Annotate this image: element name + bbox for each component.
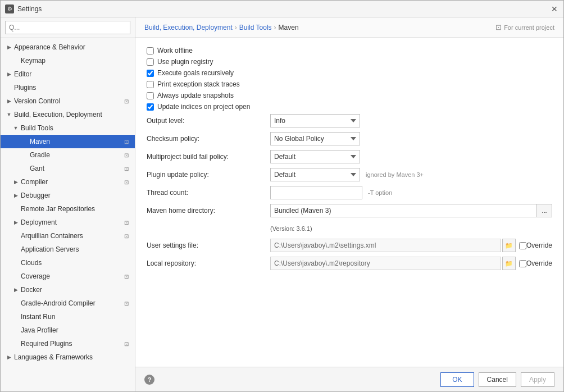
sidebar-item-clouds[interactable]: ▶ Clouds	[1, 256, 135, 270]
use-plugin-registry-checkbox[interactable]	[147, 58, 154, 66]
sidebar-item-compiler[interactable]: ▶ Compiler ⊡	[1, 175, 135, 189]
arquillian-badge: ⊡	[122, 232, 130, 240]
sidebar-item-gant[interactable]: ▶ Gant ⊡	[1, 162, 135, 175]
local-repository-label: Local repository:	[147, 259, 270, 267]
update-indices-checkbox[interactable]	[147, 103, 154, 111]
work-offline-label[interactable]: Work offline	[157, 47, 193, 54]
maven-home-browse-button[interactable]: ...	[536, 204, 552, 217]
project-icon: ⊡	[495, 23, 502, 31]
cancel-button[interactable]: Cancel	[479, 372, 516, 387]
user-settings-override-checkbox[interactable]	[519, 242, 526, 249]
sidebar-item-label: Version Control	[14, 97, 60, 105]
sidebar-item-gradle-android[interactable]: ▶ Gradle-Android Compiler ⊡	[1, 297, 135, 310]
sidebar-item-build-execution-deployment[interactable]: ▼ Build, Execution, Deployment	[1, 108, 135, 121]
multiproject-fail-policy-row: Multiproject build fail policy: Default …	[147, 150, 552, 163]
sidebar-item-label: Compiler	[21, 178, 48, 186]
maven-version-text: (Version: 3.6.1)	[270, 225, 312, 232]
sidebar-item-maven[interactable]: ▶ Maven ⊡	[1, 135, 135, 148]
sidebar-item-editor[interactable]: ▶ Editor	[1, 67, 135, 81]
multiproject-fail-policy-dropdown[interactable]: Default At End Never	[270, 150, 360, 163]
sidebar-item-label: Application Servers	[21, 245, 79, 253]
sidebar-item-coverage[interactable]: ▶ Coverage ⊡	[1, 270, 135, 283]
maven-version-row: (Version: 3.6.1)	[147, 222, 552, 234]
maven-home-label: Maven home directory:	[147, 207, 270, 215]
gradle-badge: ⊡	[122, 151, 130, 159]
sidebar-item-label: Remote Jar Repositories	[21, 205, 95, 213]
sidebar-item-docker[interactable]: ▶ Docker	[1, 283, 135, 297]
sidebar-item-required-plugins[interactable]: ▶ Required Plugins ⊡	[1, 337, 135, 350]
for-current-project-label: For current project	[504, 24, 554, 31]
maven-home-input-group: ...	[270, 204, 552, 217]
sidebar-item-appearance-behavior[interactable]: ▶ Appearance & Behavior	[1, 40, 135, 54]
always-update-label[interactable]: Always update snapshots	[157, 92, 234, 99]
local-repository-override-label[interactable]: Override	[526, 259, 552, 267]
coverage-badge: ⊡	[122, 272, 130, 280]
maven-home-input[interactable]	[270, 204, 536, 217]
sidebar-item-label: Docker	[21, 286, 42, 294]
plugin-update-policy-row: Plugin update policy: Default Always Nev…	[147, 168, 552, 181]
breadcrumb-bar: Build, Execution, Deployment › Build Too…	[135, 17, 563, 38]
output-level-control: Info Debug Error	[270, 114, 552, 127]
apply-button[interactable]: Apply	[521, 372, 554, 387]
sidebar-item-label: Clouds	[21, 259, 42, 267]
execute-goals-checkbox[interactable]	[147, 70, 154, 77]
sidebar-item-java-profiler[interactable]: ▶ Java Profiler	[1, 323, 135, 337]
work-offline-checkbox[interactable]	[147, 47, 154, 54]
sidebar-item-version-control[interactable]: ▶ Version Control ⊡	[1, 94, 135, 108]
execute-goals-recursively-row: Execute goals recursively	[147, 69, 552, 77]
sidebar-item-gradle[interactable]: ▶ Gradle ⊡	[1, 148, 135, 162]
user-settings-input[interactable]	[270, 239, 501, 252]
maven-home-control: ...	[270, 204, 552, 217]
execute-goals-label[interactable]: Execute goals recursively	[157, 69, 234, 77]
window-title: Settings	[17, 5, 550, 13]
sidebar-item-remote-jar-repos[interactable]: ▶ Remote Jar Repositories	[1, 202, 135, 216]
print-exception-label[interactable]: Print exception stack traces	[157, 80, 240, 88]
ok-button[interactable]: OK	[440, 372, 474, 387]
sidebar-item-instant-run[interactable]: ▶ Instant Run	[1, 310, 135, 323]
sidebar-item-debugger[interactable]: ▶ Debugger	[1, 189, 135, 202]
always-update-checkbox[interactable]	[147, 92, 154, 99]
checksum-policy-control: No Global Policy Ignore Warn Fail	[270, 132, 552, 145]
sidebar-item-keymap[interactable]: ▶ Keymap	[1, 54, 135, 67]
user-settings-folder-button[interactable]: 📁	[502, 239, 516, 252]
plugin-update-policy-dropdown[interactable]: Default Always Never Daily	[270, 168, 360, 181]
local-repository-override-checkbox[interactable]	[519, 260, 526, 267]
sidebar-item-application-servers[interactable]: ▶ Application Servers	[1, 243, 135, 256]
breadcrumb-build-tools[interactable]: Build Tools	[239, 24, 272, 31]
local-repository-folder-button[interactable]: 📁	[502, 257, 516, 270]
checksum-policy-row: Checksum policy: No Global Policy Ignore…	[147, 132, 552, 145]
output-level-row: Output level: Info Debug Error	[147, 114, 552, 127]
sidebar-item-label: Appearance & Behavior	[14, 43, 85, 51]
sidebar-item-label: Coverage	[21, 272, 50, 280]
search-input[interactable]	[5, 21, 130, 34]
sidebar-item-label: Gradle-Android Compiler	[21, 299, 95, 307]
sidebar-item-build-tools[interactable]: ▼ Build Tools	[1, 121, 135, 135]
tree-arrow: ▶	[5, 97, 13, 105]
local-repository-input[interactable]	[270, 257, 501, 270]
user-settings-override-label[interactable]: Override	[526, 241, 552, 249]
update-indices-label[interactable]: Update indices on project open	[157, 103, 250, 111]
sidebar-item-label: Build, Execution, Deployment	[14, 111, 102, 118]
plugin-update-policy-label: Plugin update policy:	[147, 171, 270, 179]
close-button[interactable]: ✕	[550, 4, 559, 13]
user-settings-label: User settings file:	[147, 241, 270, 249]
help-button[interactable]: ?	[144, 375, 154, 385]
breadcrumb-build-execution[interactable]: Build, Execution, Deployment	[144, 24, 233, 31]
local-repository-row: Local repository: 📁 Override	[147, 257, 552, 270]
sidebar-item-label: Java Profiler	[21, 326, 58, 334]
settings-window: ⚙ Settings ✕ ▶ Appearance & Behavior ▶ K…	[0, 0, 564, 392]
use-plugin-registry-row: Use plugin registry	[147, 58, 552, 66]
thread-count-input[interactable]	[270, 186, 362, 199]
print-exception-checkbox[interactable]	[147, 81, 154, 88]
use-plugin-registry-label[interactable]: Use plugin registry	[157, 58, 213, 66]
checksum-policy-dropdown[interactable]: No Global Policy Ignore Warn Fail	[270, 132, 360, 145]
output-level-dropdown[interactable]: Info Debug Error	[270, 114, 360, 127]
required-plugins-badge: ⊡	[122, 340, 130, 348]
breadcrumb-sep-2: ›	[274, 24, 276, 31]
bottom-bar: ? OK Cancel Apply	[135, 367, 563, 391]
sidebar-item-arquillian[interactable]: ▶ Arquillian Containers ⊡	[1, 229, 135, 243]
sidebar-item-deployment[interactable]: ▶ Deployment ⊡	[1, 216, 135, 229]
sidebar-item-languages-frameworks[interactable]: ▶ Languages & Frameworks	[1, 350, 135, 364]
sidebar-item-plugins[interactable]: ▶ Plugins	[1, 81, 135, 94]
bottom-left: ?	[144, 375, 154, 385]
